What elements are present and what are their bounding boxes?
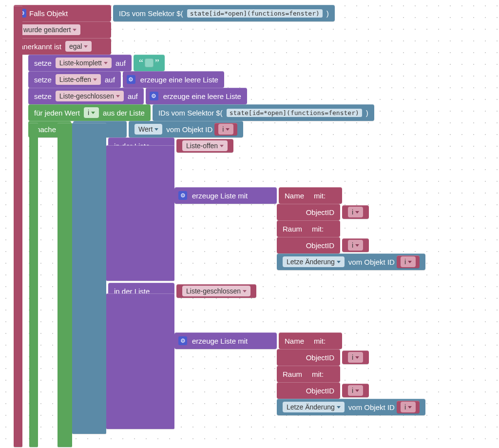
chevron-down-icon: [355, 356, 359, 359]
label-empty-list-1: erzeuge eine leere Liste: [140, 76, 218, 84]
label-objectid-1: ObjectID: [306, 208, 334, 216]
dd-i-name-else-label: i: [352, 353, 353, 361]
target-list-offen[interactable]: Liste-offen: [176, 139, 233, 153]
chevron-down-icon: [408, 406, 412, 409]
create-empty-list-2[interactable]: ⚙ erzeuge eine leere Liste: [146, 88, 247, 104]
objectid-raum-then[interactable]: ObjectID: [277, 237, 340, 253]
dd-liste-komplett[interactable]: Liste-komplett: [56, 58, 112, 68]
raum-mit-then[interactable]: Raum mit:: [277, 220, 340, 237]
label-name-2: Name: [285, 337, 304, 345]
dd-i-raum-else[interactable]: i: [348, 385, 363, 396]
var-i-name-then[interactable]: i: [342, 205, 369, 219]
var-i-raum-then[interactable]: i: [342, 238, 369, 252]
make-list-then[interactable]: ⚙ erzeuge Liste mit: [174, 187, 277, 204]
gear-icon[interactable]: ⚙: [127, 75, 135, 84]
var-i-raum-else[interactable]: i: [342, 384, 369, 397]
dd-last-change-2[interactable]: Letze Änderung: [283, 402, 345, 412]
label-close-paren-1: ): [326, 9, 329, 18]
objectid-raum-else[interactable]: ObjectID: [277, 382, 340, 399]
quote-open: “: [139, 58, 143, 69]
dd-i-name-then[interactable]: i: [348, 207, 363, 217]
label-objectid-2: ObjectID: [306, 241, 334, 250]
var-i-lc-else[interactable]: i: [397, 401, 420, 413]
dd-i-name-else[interactable]: i: [348, 352, 363, 363]
dd-liste-offen-var[interactable]: Liste-offen: [56, 74, 101, 85]
label-setze-2: setze: [34, 76, 52, 84]
dd-last-change-1[interactable]: Letze Änderung: [283, 256, 345, 267]
dd-wert[interactable]: Wert: [134, 124, 162, 135]
ids-selector-block-1[interactable]: IDs vom Selektor $( state[id=*open](func…: [113, 5, 335, 21]
foreach-block[interactable]: für jeden Wert i aus der Liste: [28, 104, 151, 121]
chevron-down-icon: [355, 211, 359, 214]
dd-was-changed[interactable]: wurde geändert: [19, 24, 80, 35]
dd-liste-komplett-label: Liste-komplett: [59, 59, 102, 67]
target-list-geschlossen[interactable]: Liste-geschlossen: [176, 284, 256, 298]
string-blank[interactable]: [145, 58, 154, 67]
create-empty-list-1[interactable]: ⚙ erzeuge eine leere Liste: [123, 71, 224, 88]
dd-i-lc-else-label: i: [404, 403, 406, 411]
chevron-down-icon: [220, 145, 224, 147]
label-objectid-4: ObjectID: [306, 387, 334, 395]
label-raum-1: Raum: [283, 225, 302, 233]
objectid-name-else[interactable]: ObjectID: [277, 349, 340, 366]
cond-wert-vom-objekt[interactable]: Wert vom Objekt ID i: [129, 121, 243, 137]
dd-target-liste-offen-label: Liste-offen: [186, 142, 218, 150]
make-list-else[interactable]: ⚙ erzeuge Liste mit: [174, 332, 277, 349]
selector-code-1[interactable]: state[id=*open](functions=fenster): [187, 9, 323, 18]
dd-i-lc-then[interactable]: i: [401, 256, 416, 267]
label-vom-objekt-id-cond: vom Objekt ID: [166, 125, 212, 134]
chevron-down-icon: [355, 390, 359, 392]
label-raum-2: Raum: [283, 370, 302, 378]
var-i-name-else[interactable]: i: [342, 351, 369, 364]
set-liste-komplett[interactable]: setze Liste-komplett auf: [28, 55, 132, 71]
name-mit-then[interactable]: Name mit:: [279, 187, 342, 204]
set-liste-geschlossen[interactable]: setze Liste-geschlossen auf: [28, 88, 144, 104]
dd-target-liste-offen[interactable]: Liste-offen: [182, 140, 228, 151]
dd-was-changed-label: wurde geändert: [23, 26, 71, 34]
objectid-name-then[interactable]: ObjectID: [277, 204, 340, 220]
ids-selector-block-2[interactable]: IDs vom Selektor $( state[id=*open](func…: [153, 104, 374, 121]
dd-last-change-2-label: Letze Änderung: [287, 403, 335, 411]
last-change-else[interactable]: Letze Änderung vom Objekt ID i: [277, 399, 425, 415]
label-auf-3: auf: [128, 92, 138, 100]
dd-i-cond-label: i: [222, 125, 224, 133]
label-vom-obj-2: vom Objekt ID: [348, 403, 395, 411]
dd-foreach-i-label: i: [88, 109, 89, 117]
selector-code-2[interactable]: state[id=*open](functions=fenster): [227, 109, 362, 117]
label-close-paren-2: ): [366, 109, 368, 117]
label-mit-4: mit:: [312, 370, 324, 378]
trigger-if-object[interactable]: ⚙ Falls Objekt: [14, 5, 111, 21]
dd-egal-label: egal: [69, 42, 82, 50]
ack-block[interactable]: anerkannt ist egal: [14, 38, 111, 55]
last-change-then[interactable]: Letze Änderung vom Objekt ID i: [277, 253, 425, 270]
dd-i-cond[interactable]: i: [218, 124, 233, 135]
gear-icon[interactable]: ⚙: [150, 92, 158, 100]
dd-egal[interactable]: egal: [65, 41, 92, 52]
gear-icon[interactable]: ⚙: [178, 336, 187, 345]
dd-target-liste-geschlossen[interactable]: Liste-geschlossen: [182, 286, 250, 296]
chevron-down-icon: [73, 29, 77, 31]
label-auf-1: auf: [115, 59, 126, 67]
label-objectid-3: ObjectID: [306, 353, 334, 362]
dd-i-lc-else[interactable]: i: [401, 402, 416, 412]
chevron-down-icon: [104, 62, 108, 64]
chevron-down-icon: [84, 45, 88, 48]
empty-string-literal[interactable]: “ ”: [134, 55, 165, 71]
dd-foreach-i[interactable]: i: [84, 107, 99, 118]
label-mit-3: mit:: [314, 337, 326, 345]
dd-wert-label: Wert: [138, 125, 153, 133]
label-foreach: für jeden Wert: [34, 109, 80, 117]
was-changed-block[interactable]: wurde geändert: [14, 21, 111, 38]
dd-i-raum-then[interactable]: i: [348, 240, 363, 251]
chevron-down-icon: [337, 406, 341, 409]
gear-icon[interactable]: ⚙: [178, 191, 187, 200]
dd-liste-geschlossen-var[interactable]: Liste-geschlossen: [56, 91, 124, 101]
raum-mit-else[interactable]: Raum mit:: [277, 366, 340, 382]
dd-last-change-1-label: Letze Änderung: [287, 258, 335, 266]
set-liste-offen[interactable]: setze Liste-offen auf: [28, 71, 121, 88]
label-mit-1: mit:: [314, 192, 326, 200]
name-mit-else[interactable]: Name mit:: [279, 332, 342, 349]
var-i-cond[interactable]: i: [214, 123, 237, 136]
spine-maroon: [14, 6, 22, 447]
var-i-lc-then[interactable]: i: [397, 255, 420, 268]
